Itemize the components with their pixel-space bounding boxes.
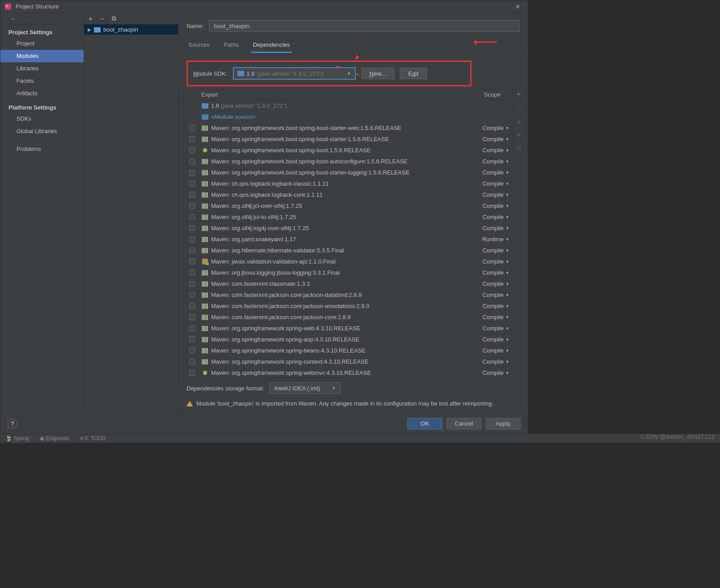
dep-scope[interactable]: Compile▼ [472,191,512,198]
nav-item-global-libraries[interactable]: Global Libraries [0,125,84,138]
new-sdk-button[interactable]: New... [361,68,395,79]
export-checkbox[interactable] [189,170,195,175]
dep-scope[interactable]: Compile▼ [472,203,512,209]
tab-sources[interactable]: Sources [187,39,212,53]
add-dep-icon[interactable]: + [517,90,521,97]
export-checkbox[interactable] [189,181,195,187]
nav-item-project[interactable]: Project [0,37,84,50]
module-tree-item[interactable]: ▶ boot_zhaopin [84,24,178,35]
dep-scope[interactable]: Compile▼ [472,336,512,343]
export-checkbox[interactable] [189,337,195,342]
dep-scope[interactable]: Compile▼ [472,314,512,320]
dep-row[interactable]: Maven: org.springframework.boot:spring-b… [183,156,512,167]
dep-scope[interactable]: Runtime▼ [472,236,512,243]
export-checkbox[interactable] [189,214,195,220]
dep-row[interactable]: Maven: org.springframework.boot:spring-b… [183,145,512,156]
back-arrow-icon[interactable]: ← [10,15,16,22]
export-checkbox[interactable] [189,136,195,142]
dep-scope[interactable]: Compile▼ [472,369,512,376]
dep-row[interactable]: Maven: org.springframework:spring-beans:… [183,345,512,356]
nav-item-artifacts[interactable]: Artifacts [0,87,84,100]
dep-row[interactable]: Maven: ch.qos.logback:logback-core:1.1.1… [183,189,512,200]
export-checkbox[interactable] [189,348,195,353]
export-checkbox[interactable] [189,147,195,153]
dep-scope[interactable]: Compile▼ [472,292,512,298]
module-sdk-combo[interactable]: 1.8 (java version "1.8.0_271") ▼ [233,67,356,80]
dep-scope[interactable]: Compile▼ [472,325,512,332]
dep-scope[interactable]: Compile▼ [472,269,512,276]
dep-row[interactable]: Maven: org.slf4j:jul-to-slf4j:1.7.25Comp… [183,211,512,223]
status-spring[interactable]: Spring [13,435,29,442]
dep-scope[interactable]: Compile▼ [472,125,512,131]
dep-scope[interactable]: Compile▼ [472,280,512,287]
dep-row[interactable]: Maven: org.springframework.boot:spring-b… [183,134,512,145]
export-checkbox[interactable] [189,325,195,331]
status-endpoints[interactable]: Endpoints [45,435,69,442]
col-scope[interactable]: Scope [472,89,512,100]
nav-item-libraries[interactable]: Libraries [0,62,84,75]
move-up-icon[interactable]: ▲ [516,118,522,125]
tab-dependencies[interactable]: Dependencies [251,39,292,53]
dep-scope[interactable]: Compile▼ [472,147,512,154]
export-checkbox[interactable] [189,314,195,320]
dep-row[interactable]: Maven: org.springframework:spring-contex… [183,356,512,367]
export-checkbox[interactable] [189,203,195,209]
dep-row[interactable]: Maven: org.springframework:spring-web:4.… [183,323,512,334]
export-checkbox[interactable] [189,292,195,298]
dep-row[interactable]: Maven: org.jboss.logging:jboss-logging:3… [183,267,512,278]
nav-item-problems[interactable]: Problems [0,143,84,155]
export-checkbox[interactable] [189,281,195,287]
dep-scope[interactable]: Compile▼ [472,225,512,231]
close-icon[interactable]: ✕ [513,2,523,11]
nav-item-modules[interactable]: Modules [0,50,84,62]
edit-sdk-button[interactable]: Edit [400,68,427,79]
dep-row[interactable]: Maven: com.fasterxml.jackson.core:jackso… [183,289,512,300]
dep-scope[interactable]: Compile▼ [472,358,512,365]
export-checkbox[interactable] [189,225,195,231]
copy-module-icon[interactable]: ⧉ [112,15,116,22]
nav-item-facets[interactable]: Facets [0,75,84,87]
ok-button[interactable]: OK [407,418,442,430]
dep-row[interactable]: <Module source> [183,111,512,122]
dep-row[interactable]: Maven: org.springframework.boot:spring-b… [183,122,512,134]
export-checkbox[interactable] [189,247,195,253]
export-checkbox[interactable] [189,236,195,242]
status-todo[interactable]: 0: TODO [85,435,106,442]
export-checkbox[interactable] [189,125,195,131]
remove-dep-icon[interactable]: − [517,104,521,111]
dep-row[interactable]: Maven: ch.qos.logback:logback-classic:1.… [183,178,512,189]
export-checkbox[interactable] [189,259,195,264]
dep-row[interactable]: Maven: org.slf4j:jcl-over-slf4j:1.7.25Co… [183,200,512,211]
dep-scope[interactable]: Compile▼ [472,247,512,254]
cancel-button[interactable]: Cancel [447,418,481,430]
expand-tri-icon[interactable]: ▶ [88,27,91,32]
export-checkbox[interactable] [189,270,195,276]
edit-dep-icon[interactable]: ✎ [516,145,522,153]
module-name-input[interactable] [209,20,520,32]
export-checkbox[interactable] [189,192,195,198]
dep-scope[interactable]: Compile▼ [472,169,512,176]
dep-row[interactable]: Maven: org.springframework.boot:spring-b… [183,167,512,178]
remove-module-icon[interactable]: − [100,15,104,22]
dep-row[interactable]: Maven: org.springframework:spring-webmvc… [183,367,512,377]
dep-row[interactable]: Maven: org.slf4j:log4j-over-slf4j:1.7.25… [183,223,512,234]
storage-format-combo[interactable]: IntelliJ IDEA (.iml) ▼ [269,382,341,394]
dep-row[interactable]: 1.8 (java version "1.8.0_271") [183,100,512,111]
dep-scope[interactable]: Compile▼ [472,158,512,165]
col-export[interactable]: Export [200,91,472,98]
add-module-icon[interactable]: + [89,15,92,22]
dep-row[interactable]: Maven: com.fasterxml:classmate:1.3.3Comp… [183,278,512,289]
dep-scope[interactable]: Compile▼ [472,214,512,220]
dep-scope[interactable]: Compile▼ [472,347,512,354]
dep-row[interactable]: Maven: org.hibernate:hibernate-validator… [183,245,512,256]
move-down-icon[interactable]: ▼ [516,131,522,139]
export-checkbox[interactable] [189,158,195,164]
export-checkbox[interactable] [189,303,195,309]
export-checkbox[interactable] [189,370,195,376]
dependencies-body[interactable]: 1.8 (java version "1.8.0_271")<Module so… [183,100,512,377]
dep-scope[interactable]: Compile▼ [472,258,512,265]
apply-button[interactable]: Apply [486,418,521,430]
tab-paths[interactable]: Paths [222,39,240,53]
dep-scope[interactable]: Compile▼ [472,136,512,142]
dep-scope[interactable]: Compile▼ [472,303,512,309]
